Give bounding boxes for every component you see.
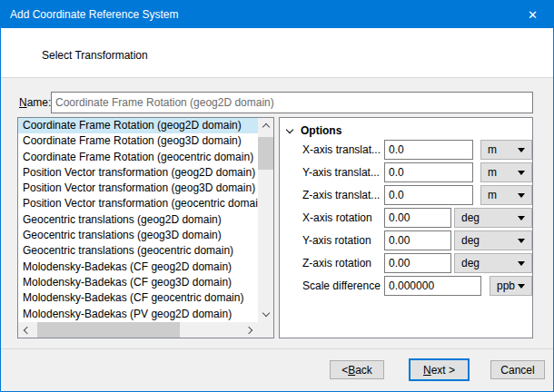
options-header[interactable]: Options xyxy=(287,124,341,137)
list-item[interactable]: Position Vector transformation (geog2D d… xyxy=(18,165,258,181)
page-title: Select Transformation xyxy=(42,49,148,62)
option-row: Z-axis translat... m xyxy=(280,185,532,208)
name-label: Name: xyxy=(19,96,51,109)
option-value-input[interactable] xyxy=(384,208,451,228)
option-value-input[interactable] xyxy=(384,253,451,273)
unit-label: deg xyxy=(461,211,480,224)
back-button[interactable]: < Back xyxy=(330,360,384,379)
scroll-up-button[interactable] xyxy=(258,118,273,133)
wizard-header: Select Transformation xyxy=(1,28,553,78)
list-item[interactable]: Coordinate Frame Rotation (geog2D domain… xyxy=(18,118,258,133)
list-item[interactable]: Molodensky-Badekas (CF geog3D domain) xyxy=(18,275,258,290)
bottom-divider xyxy=(1,348,553,349)
chevron-up-icon xyxy=(262,123,269,131)
vertical-scrollbar[interactable] xyxy=(258,118,273,322)
unit-dropdown[interactable]: m xyxy=(480,140,532,160)
unit-label: deg xyxy=(461,257,480,270)
unit-dropdown[interactable]: m xyxy=(480,162,532,182)
titlebar: Add Coordinate Reference System ✕ xyxy=(1,1,553,28)
transformation-list-viewport: Coordinate Frame Rotation (geog2D domain… xyxy=(18,118,258,322)
close-button[interactable]: ✕ xyxy=(512,1,553,28)
scroll-left-button[interactable] xyxy=(18,322,34,338)
transformation-list: Coordinate Frame Rotation (geog2D domain… xyxy=(17,117,274,338)
unit-label: m xyxy=(488,143,497,156)
option-row: Scale difference ppb xyxy=(280,276,532,299)
unit-dropdown[interactable]: deg xyxy=(454,230,532,250)
option-value-input[interactable] xyxy=(384,276,481,296)
vertical-scrollbar-thumb[interactable] xyxy=(258,137,273,170)
window-title: Add Coordinate Reference System xyxy=(10,8,178,21)
chevron-left-icon xyxy=(24,326,31,333)
dropdown-arrow-icon xyxy=(518,148,525,152)
unit-label: ppb xyxy=(497,279,515,292)
list-item[interactable]: Geocentric translations (geog2D domain) xyxy=(18,212,258,228)
horizontal-scrollbar-thumb[interactable] xyxy=(37,322,180,338)
option-row: X-axis rotation deg xyxy=(280,208,532,230)
unit-dropdown[interactable]: ppb xyxy=(490,276,532,296)
unit-dropdown[interactable]: deg xyxy=(454,208,532,228)
dropdown-arrow-icon xyxy=(518,171,525,175)
option-row: Y-axis translat... m xyxy=(280,162,532,185)
unit-dropdown[interactable]: m xyxy=(480,185,532,205)
dropdown-arrow-icon xyxy=(518,216,525,220)
name-input[interactable] xyxy=(51,92,533,113)
next-button[interactable]: Next > xyxy=(409,358,470,381)
close-icon: ✕ xyxy=(528,8,538,22)
scroll-right-button[interactable] xyxy=(242,322,258,338)
options-panel: Options X-axis translat... m Y-axis tran… xyxy=(279,117,533,338)
add-crs-dialog: Add Coordinate Reference System ✕ Select… xyxy=(0,0,554,392)
option-value-input[interactable] xyxy=(384,230,451,250)
option-label: Z-axis rotation xyxy=(302,257,371,270)
list-item[interactable]: Molodensky-Badekas (CF geog2D domain) xyxy=(18,260,258,275)
chevron-right-icon xyxy=(245,326,252,333)
collapse-chevron-icon xyxy=(286,125,293,132)
option-label: Y-axis translat... xyxy=(302,166,380,179)
horizontal-scrollbar[interactable] xyxy=(18,322,258,338)
options-title: Options xyxy=(301,124,341,137)
option-row: Z-axis rotation deg xyxy=(280,253,532,276)
scroll-down-button[interactable] xyxy=(258,307,273,322)
list-item[interactable]: Position Vector transformation (geocentr… xyxy=(18,196,258,211)
option-label: X-axis translat... xyxy=(302,143,381,156)
option-value-input[interactable] xyxy=(384,185,473,205)
option-row: Y-axis rotation deg xyxy=(280,230,532,253)
list-item[interactable]: Geocentric translations (geog3D domain) xyxy=(18,228,258,243)
option-label: Y-axis rotation xyxy=(302,234,371,247)
option-label: Scale difference xyxy=(302,279,381,292)
unit-label: deg xyxy=(461,234,480,247)
dropdown-arrow-icon xyxy=(518,193,525,198)
unit-dropdown[interactable]: deg xyxy=(454,253,532,273)
list-item[interactable]: Geocentric translations (geocentric doma… xyxy=(18,243,258,259)
chevron-down-icon xyxy=(262,309,269,317)
unit-label: m xyxy=(488,189,497,201)
list-item[interactable]: Position Vector transformation (geog3D d… xyxy=(18,181,258,196)
list-item[interactable]: Molodensky-Badekas (PV geog2D domain) xyxy=(18,307,258,322)
list-item[interactable]: Coordinate Frame Rotation (geog3D domain… xyxy=(18,133,258,149)
dropdown-arrow-icon xyxy=(518,239,525,243)
unit-label: m xyxy=(488,166,497,179)
options-rows: X-axis translat... m Y-axis translat... … xyxy=(280,140,532,299)
option-value-input[interactable] xyxy=(384,162,473,182)
dropdown-arrow-icon xyxy=(518,261,525,266)
option-label: X-axis rotation xyxy=(302,211,372,224)
scrollbar-corner xyxy=(258,322,273,338)
option-value-input[interactable] xyxy=(384,140,473,160)
option-row: X-axis translat... m xyxy=(280,140,532,162)
list-item[interactable]: Coordinate Frame Rotation (geocentric do… xyxy=(18,150,258,165)
option-label: Z-axis translat... xyxy=(302,189,380,201)
cancel-button[interactable]: Cancel xyxy=(490,360,545,379)
dropdown-arrow-icon xyxy=(518,284,525,289)
list-item[interactable]: Molodensky-Badekas (CF geocentric domain… xyxy=(18,290,258,306)
